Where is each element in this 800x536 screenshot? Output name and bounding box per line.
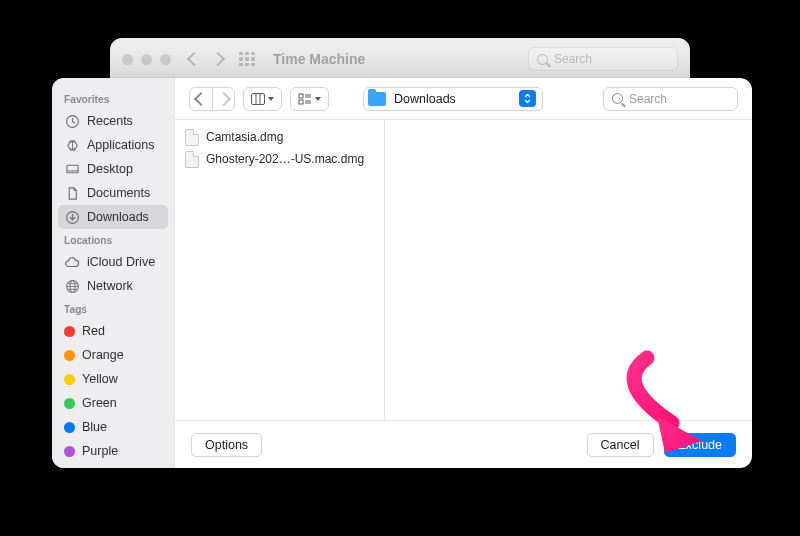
sidebar-item-documents[interactable]: Documents — [58, 181, 168, 205]
svg-rect-6 — [299, 94, 303, 98]
file-icon — [185, 151, 199, 168]
options-button[interactable]: Options — [191, 433, 262, 457]
file-name: Ghostery-202…-US.mac.dmg — [206, 152, 364, 166]
chevron-down-icon — [268, 97, 274, 101]
path-popup-indicator — [519, 90, 536, 107]
sidebar-item-label: Green — [82, 396, 117, 410]
sidebar-item-label: Applications — [87, 138, 154, 152]
sidebar-item-label: Red — [82, 324, 105, 338]
sidebar-item-label: Desktop — [87, 162, 133, 176]
sidebar-item-label: Downloads — [87, 210, 149, 224]
column-browser: Camtasia.dmg Ghostery-202…-US.mac.dmg — [175, 120, 752, 420]
sidebar-tag-yellow[interactable]: Yellow — [58, 367, 168, 391]
sidebar-item-label: Purple — [82, 444, 118, 458]
clock-icon — [64, 113, 80, 129]
sidebar-item-network[interactable]: Network — [58, 274, 168, 298]
sidebar-section-favorites: Favorites — [58, 88, 168, 109]
tag-dot-icon — [64, 350, 75, 361]
sidebar-item-desktop[interactable]: Desktop — [58, 157, 168, 181]
tag-dot-icon — [64, 422, 75, 433]
nav-buttons — [189, 87, 235, 111]
svg-rect-7 — [299, 100, 303, 104]
tag-dot-icon — [64, 446, 75, 457]
sidebar-item-icloud[interactable]: iCloud Drive — [58, 250, 168, 274]
file-icon — [185, 129, 199, 146]
desktop-icon — [64, 161, 80, 177]
file-name: Camtasia.dmg — [206, 130, 283, 144]
view-columns-button[interactable] — [243, 87, 282, 111]
sidebar-tag-green[interactable]: Green — [58, 391, 168, 415]
chevron-down-icon — [315, 97, 321, 101]
columns-icon — [251, 93, 265, 105]
applications-icon — [64, 137, 80, 153]
sidebar-item-label: Documents — [87, 186, 150, 200]
dialog-toolbar: Downloads Search — [175, 78, 752, 120]
file-column: Camtasia.dmg Ghostery-202…-US.mac.dmg — [175, 120, 385, 420]
search-placeholder: Search — [629, 92, 667, 106]
globe-icon — [64, 278, 80, 294]
sidebar-item-label: Yellow — [82, 372, 118, 386]
sidebar-item-label: Orange — [82, 348, 124, 362]
sidebar-item-label: Network — [87, 279, 133, 293]
sidebar-tag-purple[interactable]: Purple — [58, 439, 168, 463]
sidebar-item-label: Recents — [87, 114, 133, 128]
preview-column — [385, 120, 752, 420]
sidebar-item-recents[interactable]: Recents — [58, 109, 168, 133]
search-icon — [612, 93, 623, 104]
folder-icon — [368, 92, 386, 106]
file-picker-sheet: Favorites Recents Applications Desktop — [52, 78, 752, 468]
svg-rect-1 — [66, 165, 77, 173]
sidebar-tag-blue[interactable]: Blue — [58, 415, 168, 439]
cancel-button[interactable]: Cancel — [587, 433, 654, 457]
sidebar-section-locations: Locations — [58, 229, 168, 250]
sidebar-item-label: Blue — [82, 420, 107, 434]
file-row[interactable]: Ghostery-202…-US.mac.dmg — [175, 148, 384, 170]
tag-dot-icon — [64, 374, 75, 385]
exclude-button[interactable]: Exclude — [664, 433, 736, 457]
chevron-left-icon — [194, 91, 208, 105]
documents-icon — [64, 185, 80, 201]
back-button[interactable] — [190, 88, 212, 110]
view-grouping-button[interactable] — [290, 87, 329, 111]
file-row[interactable]: Camtasia.dmg — [175, 126, 384, 148]
path-popup[interactable]: Downloads — [363, 87, 543, 111]
sidebar-tag-orange[interactable]: Orange — [58, 343, 168, 367]
sidebar-item-applications[interactable]: Applications — [58, 133, 168, 157]
tag-dot-icon — [64, 326, 75, 337]
chevron-right-icon — [216, 91, 230, 105]
grouping-icon — [298, 93, 312, 105]
sidebar-item-label: iCloud Drive — [87, 255, 155, 269]
downloads-icon — [64, 209, 80, 225]
svg-rect-5 — [252, 93, 265, 104]
cloud-icon — [64, 254, 80, 270]
sidebar: Favorites Recents Applications Desktop — [52, 78, 174, 468]
sidebar-tag-red[interactable]: Red — [58, 319, 168, 343]
search-input[interactable]: Search — [603, 87, 738, 111]
forward-button[interactable] — [212, 88, 234, 110]
dialog-footer: Options Cancel Exclude — [175, 420, 752, 468]
sidebar-item-downloads[interactable]: Downloads — [58, 205, 168, 229]
sidebar-section-tags: Tags — [58, 298, 168, 319]
path-label: Downloads — [394, 92, 511, 106]
tag-dot-icon — [64, 398, 75, 409]
